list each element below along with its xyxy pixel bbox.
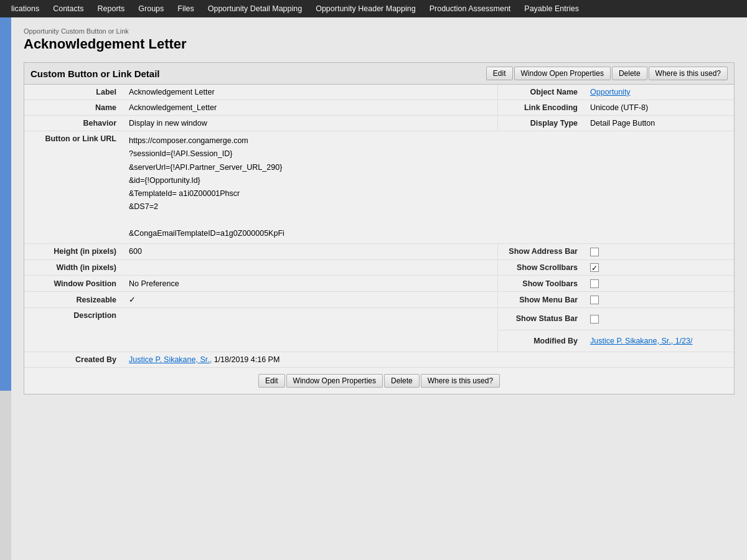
object-name-value: Opportunity (585, 85, 734, 100)
show-address-bar-value (585, 244, 734, 259)
show-scrollbars-value (585, 260, 734, 276)
created-by-link[interactable]: Justice P. Sikakane, Sr., (129, 355, 212, 364)
nav-item-opportunity-detail[interactable]: Opportunity Detail Mapping (202, 2, 308, 16)
page-header: Opportunity Custom Button or Link Acknow… (24, 27, 735, 52)
show-address-bar-checkbox[interactable] (590, 248, 599, 256)
show-menu-bar-label: Show Menu Bar (498, 292, 585, 307)
bottom-button-group: Edit Window Open Properties Delete Where… (24, 368, 734, 394)
object-name-link[interactable]: Opportunity (590, 88, 631, 96)
display-type-label: Display Type (498, 116, 585, 131)
width-field-value (124, 264, 497, 271)
nav-item-production[interactable]: Production Assessment (423, 2, 517, 16)
section-title: Custom Button or Link Detail (31, 68, 160, 79)
resizeable-field-label: Resizeable (24, 292, 124, 307)
where-is-used-button[interactable]: Where is this used? (649, 67, 728, 80)
show-toolbars-checkbox[interactable] (590, 279, 599, 288)
link-encoding-value: Unicode (UTF-8) (585, 100, 734, 115)
delete-button[interactable]: Delete (612, 67, 647, 80)
left-sidebar-accent (0, 17, 11, 391)
show-status-bar-value (585, 311, 734, 327)
top-button-group: Edit Window Open Properties Delete Where… (486, 67, 728, 80)
description-row: Description Show Status Bar Modified By … (24, 308, 734, 352)
window-open-properties-button[interactable]: Window Open Properties (514, 67, 611, 80)
nav-item-reports[interactable]: Reports (92, 2, 131, 16)
show-toolbars-label: Show Toolbars (498, 276, 585, 291)
resizeable-field-value: ✓ (124, 292, 497, 307)
show-status-bar-label: Show Status Bar (498, 311, 585, 326)
nav-item-files[interactable]: Files (171, 2, 200, 16)
bottom-window-open-button[interactable]: Window Open Properties (286, 374, 383, 388)
resizeable-row: Resizeable ✓ Show Menu Bar (24, 292, 734, 308)
label-row: Label Acknowledgement Letter Object Name… (24, 85, 734, 100)
show-menu-bar-value (585, 292, 734, 307)
behavior-field-label: Behavior (24, 116, 124, 131)
created-by-field-label: Created By (24, 352, 124, 367)
window-position-row: Window Position No Preference Show Toolb… (24, 276, 734, 292)
show-menu-bar-checkbox[interactable] (590, 296, 599, 304)
bottom-where-used-button[interactable]: Where is this used? (421, 374, 500, 388)
window-position-field-label: Window Position (24, 276, 124, 291)
name-field-value: Acknowledgement_Letter (124, 100, 497, 115)
name-row: Name Acknowledgement_Letter Link Encodin… (24, 100, 734, 116)
nav-item-applications[interactable]: lications (5, 2, 45, 16)
nav-item-contacts[interactable]: Contacts (47, 2, 90, 16)
window-position-field-value: No Preference (124, 276, 497, 291)
height-row: Height (in pixels) 600 Show Address Bar (24, 244, 734, 260)
bottom-edit-button[interactable]: Edit (258, 374, 285, 388)
behavior-field-value: Display in new window (124, 116, 497, 131)
edit-button[interactable]: Edit (486, 67, 513, 80)
width-row: Width (in pixels) Show Scrollbars (24, 260, 734, 276)
height-field-label: Height (in pixels) (24, 244, 124, 259)
label-field-label: Label (24, 85, 124, 100)
show-toolbars-value (585, 276, 734, 291)
display-type-value: Detail Page Button (585, 116, 734, 131)
height-field-value: 600 (124, 244, 497, 259)
created-by-row: Created By Justice P. Sikakane, Sr., 1/1… (24, 352, 734, 368)
modified-by-label: Modified By (498, 334, 585, 348)
page-subtitle: Opportunity Custom Button or Link (24, 27, 735, 35)
object-name-label: Object Name (498, 85, 585, 100)
description-field-label: Description (24, 308, 124, 323)
link-encoding-label: Link Encoding (498, 100, 585, 115)
detail-section: Custom Button or Link Detail Edit Window… (24, 62, 735, 394)
label-field-value: Acknowledgement Letter (124, 85, 497, 100)
created-by-field-value: Justice P. Sikakane, Sr., 1/18/2019 4:16… (124, 352, 497, 367)
main-content: Opportunity Custom Button or Link Acknow… (11, 17, 747, 560)
url-field-value: https://composer.congamerge.com ?session… (124, 131, 497, 243)
modified-by-value: Justice P. Sikakane, Sr., 1/23/ (585, 334, 734, 348)
show-scrollbars-label: Show Scrollbars (498, 260, 585, 275)
top-navigation: lications Contacts Reports Groups Files … (0, 0, 747, 17)
name-field-label: Name (24, 100, 124, 115)
show-status-bar-checkbox[interactable] (590, 315, 599, 324)
nav-item-opportunity-header[interactable]: Opportunity Header Mapping (309, 2, 422, 16)
width-field-label: Width (in pixels) (24, 260, 124, 275)
bottom-delete-button[interactable]: Delete (384, 374, 420, 388)
nav-item-groups[interactable]: Groups (132, 2, 170, 16)
show-scrollbars-checkbox[interactable] (590, 263, 599, 272)
url-field-label: Button or Link URL (24, 131, 124, 146)
modified-by-link[interactable]: Justice P. Sikakane, Sr., 1/23/ (590, 337, 692, 345)
description-field-value (124, 308, 497, 314)
behavior-row: Behavior Display in new window Display T… (24, 116, 734, 131)
page-title: Acknowledgement Letter (24, 36, 735, 52)
button-url-row: Button or Link URL https://composer.cong… (24, 131, 734, 244)
created-by-date: 1/18/2019 4:16 PM (214, 355, 280, 364)
nav-item-payable[interactable]: Payable Entries (518, 2, 585, 16)
show-address-bar-label: Show Address Bar (498, 244, 585, 259)
